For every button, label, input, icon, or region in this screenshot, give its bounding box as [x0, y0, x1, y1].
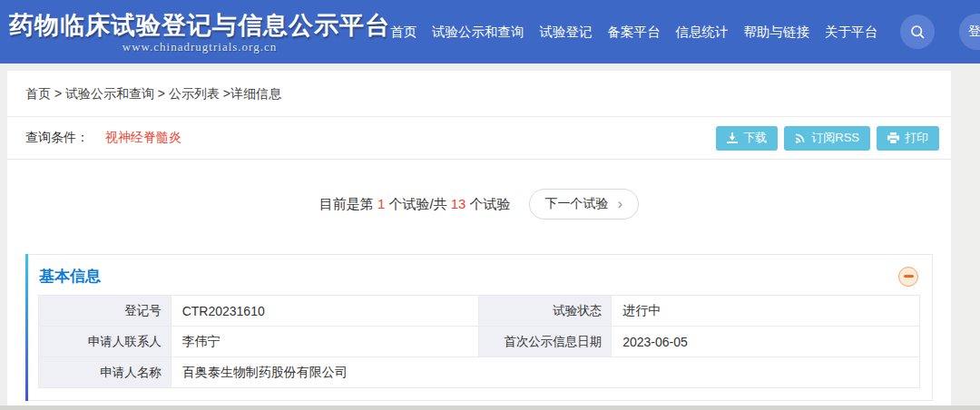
query-condition-label: 查询条件：: [25, 130, 89, 146]
applicant-name-value: 百奥泰生物制药股份有限公司: [171, 357, 919, 388]
table-row: 登记号 CTR20231610 试验状态 进行中: [39, 296, 920, 327]
applicant-contact-label: 申请人联系人: [39, 327, 172, 357]
search-button[interactable]: [900, 15, 935, 49]
trial-pager: 目前是第 1 个试验/共 13 个试验 下一个试验 ›: [7, 160, 951, 249]
table-row: 申请人联系人 李伟宁 首次公示信息日期 2023-06-05: [39, 327, 920, 357]
search-icon: [910, 24, 926, 40]
first-publicity-date-label: 首次公示信息日期: [479, 327, 612, 357]
trial-counter: 目前是第 1 个试验/共 13 个试验: [319, 196, 511, 213]
content-container: 首页 > 试验公示和查询 > 公示列表 >详细信息 查询条件： 视神经脊髓炎 下…: [7, 71, 951, 406]
printer-icon: [887, 132, 899, 143]
first-publicity-date-value: 2023-06-05: [612, 327, 920, 357]
trial-status-value: 进行中: [612, 296, 920, 327]
basic-info-panel-header: 基本信息: [26, 255, 932, 295]
section-divider: [0, 405, 980, 410]
registration-no-label: 登记号: [39, 296, 172, 327]
download-icon: [727, 132, 738, 143]
site-title: 药物临床试验登记与信息公示平台: [9, 12, 390, 39]
collapse-minus-icon[interactable]: [898, 267, 918, 287]
breadcrumb[interactable]: 首页 > 试验公示和查询 > 公示列表 >详细信息: [7, 71, 951, 117]
applicant-name-label: 申请人名称: [39, 357, 172, 388]
rss-label: 订阅RSS: [811, 130, 859, 146]
next-trial-button[interactable]: 下一个试验 ›: [529, 189, 640, 220]
basic-info-panel: 基本信息 登记号 CTR20231610 试验状态 进行中 申请人联系人 李伟宁…: [25, 254, 933, 401]
minus-bar: [904, 275, 914, 278]
trial-status-label: 试验状态: [479, 296, 612, 327]
site-header: 药物临床试验登记与信息公示平台 www.chinadrugtrials.org.…: [0, 0, 980, 63]
counter-suffix: 个试验: [466, 196, 510, 211]
download-button[interactable]: 下载: [716, 126, 778, 151]
nav-item-trial-registration[interactable]: 试验登记: [540, 24, 593, 41]
registration-no-value: CTR20231610: [171, 296, 479, 327]
chevron-right-icon: ›: [618, 200, 623, 209]
print-button[interactable]: 打印: [877, 126, 939, 151]
counter-prefix: 目前是第: [319, 196, 377, 211]
panel-title: 基本信息: [39, 266, 101, 287]
site-url: www.chinadrugtrials.org.cn: [9, 40, 390, 54]
counter-current: 1: [377, 196, 385, 211]
nav-item-home[interactable]: 首页: [390, 24, 416, 41]
query-condition-row: 查询条件： 视神经脊髓炎 下载: [7, 117, 951, 160]
table-row: 申请人名称 百奥泰生物制药股份有限公司: [39, 357, 920, 388]
counter-middle: 个试验/共: [385, 196, 451, 211]
print-label: 打印: [905, 130, 928, 146]
counter-total: 13: [451, 196, 466, 211]
nav-item-trial-publicity-search[interactable]: 试验公示和查询: [432, 24, 524, 41]
nav-item-filing-platform[interactable]: 备案平台: [608, 24, 661, 41]
toolbar: 下载 订阅RSS: [716, 126, 939, 151]
nav-item-statistics[interactable]: 信息统计: [676, 24, 729, 41]
nav-item-help-links[interactable]: 帮助与链接: [744, 24, 810, 41]
rss-button[interactable]: 订阅RSS: [784, 126, 870, 151]
download-label: 下载: [743, 130, 767, 146]
login-label: 登录: [968, 24, 980, 40]
login-button[interactable]: 登录: [959, 14, 980, 50]
nav-item-about[interactable]: 关于平台: [825, 24, 877, 41]
query-condition-value: 视神经脊髓炎: [105, 130, 181, 146]
basic-info-table: 登记号 CTR20231610 试验状态 进行中 申请人联系人 李伟宁 首次公示…: [38, 295, 920, 388]
main-nav: 首页 试验公示和查询 试验登记 备案平台 信息统计 帮助与链接 关于平台 登录: [390, 14, 980, 50]
site-logo[interactable]: 药物临床试验登记与信息公示平台 www.chinadrugtrials.org.…: [9, 10, 390, 54]
applicant-contact-value: 李伟宁: [171, 327, 479, 357]
rss-icon: [795, 132, 806, 143]
next-trial-label: 下一个试验: [545, 196, 609, 212]
